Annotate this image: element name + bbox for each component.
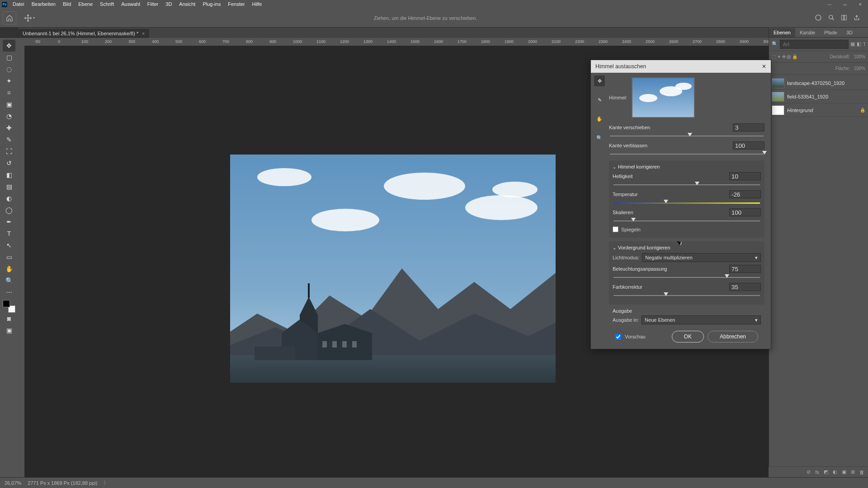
close-button[interactable]: ✕ <box>853 0 868 9</box>
lasso-tool-icon[interactable]: ◌ <box>3 63 15 75</box>
search-icon[interactable] <box>828 14 835 22</box>
crop-tool-icon[interactable]: ⌗ <box>3 87 15 99</box>
param-value[interactable] <box>729 208 761 216</box>
move-tool-icon[interactable]: ✥ <box>3 40 15 52</box>
eraser-tool-icon[interactable]: ◧ <box>3 169 15 181</box>
doc-info-chevron-icon[interactable]: 〉 <box>104 479 108 486</box>
history-brush-tool-icon[interactable]: ↺ <box>3 157 15 169</box>
screenmode-icon[interactable]: ▣ <box>3 324 15 336</box>
hand-tool-icon[interactable]: ✋ <box>594 113 605 124</box>
menu-item[interactable]: Auswahl <box>118 0 144 9</box>
menu-item[interactable]: Plug-ins <box>199 0 224 9</box>
layer-row[interactable]: Hintergrund 🔒 <box>769 103 868 117</box>
tab-layers[interactable]: Ebenen <box>769 28 795 37</box>
lock-icons[interactable]: ⬚ ✦ ✥ ▤ 🔒 <box>772 54 797 59</box>
pen-tool-icon[interactable]: ✒ <box>3 216 15 228</box>
link-layers-icon[interactable]: ⊘ <box>807 469 811 475</box>
menu-item[interactable]: Ebene <box>75 0 96 9</box>
param-value[interactable] <box>729 172 761 180</box>
layer-row[interactable]: landscape-4370250_1920 <box>769 76 868 90</box>
hand-tool-icon[interactable]: ✋ <box>3 263 15 275</box>
home-icon[interactable] <box>3 11 16 25</box>
param-value[interactable] <box>729 283 761 291</box>
maximize-button[interactable]: ▭ <box>837 0 853 9</box>
menu-item[interactable]: Fenster <box>224 0 248 9</box>
ok-button[interactable]: OK <box>672 331 704 343</box>
brush-tool-icon[interactable]: ✎ <box>594 94 605 105</box>
fx-icon[interactable]: fx <box>815 469 819 475</box>
heal-tool-icon[interactable]: ✚ <box>3 122 15 134</box>
opacity-value[interactable]: 100% <box>854 54 865 59</box>
group-icon[interactable]: ▣ <box>842 469 846 475</box>
filter-icon[interactable]: ▦ <box>850 40 855 48</box>
type-tool-icon[interactable]: T <box>3 228 15 239</box>
share-icon[interactable] <box>854 14 860 22</box>
menu-item[interactable]: Bearbeiten <box>28 0 59 9</box>
section-header[interactable]: Himmel korrigieren <box>613 164 761 169</box>
tab-3d[interactable]: 3D <box>842 28 857 37</box>
shape-tool-icon[interactable]: ▭ <box>3 251 15 263</box>
layers-filter-input[interactable] <box>780 40 849 49</box>
foreground-swatch[interactable] <box>3 300 10 307</box>
lightmode-select[interactable]: Negativ multiplizieren ▾ <box>642 253 761 262</box>
gradient-tool-icon[interactable]: ▤ <box>3 181 15 192</box>
menu-item[interactable]: Ansicht <box>175 0 199 9</box>
param-value[interactable] <box>733 123 764 131</box>
close-icon[interactable]: ✕ <box>762 63 766 70</box>
doc-info[interactable]: 2771 Px x 1869 Px (182,88 ppi) <box>28 480 97 486</box>
tab-paths[interactable]: Pfade <box>820 28 842 37</box>
workspace-icon[interactable] <box>841 14 847 22</box>
eyedropper-tool-icon[interactable]: ◔ <box>3 110 15 122</box>
menu-item[interactable]: 3D <box>162 0 175 9</box>
dialog-titlebar[interactable]: Himmel austauschen ✕ <box>591 60 771 73</box>
slider-temperature[interactable] <box>613 200 761 206</box>
slider[interactable] <box>613 275 761 280</box>
frame-tool-icon[interactable]: ▣ <box>3 99 15 110</box>
path-tool-icon[interactable]: ↖ <box>3 239 15 251</box>
slider[interactable] <box>613 293 761 298</box>
section-header[interactable]: Vordergrund korrigieren <box>613 245 761 250</box>
menu-item[interactable]: Filter <box>144 0 162 9</box>
param-value[interactable] <box>729 190 761 198</box>
param-value[interactable] <box>729 265 761 273</box>
menu-item[interactable]: Datei <box>9 0 28 9</box>
zoom-tool-icon[interactable]: 🔍 <box>594 132 605 143</box>
wand-tool-icon[interactable]: ✦ <box>3 75 15 87</box>
new-layer-icon[interactable]: ⊞ <box>851 469 855 475</box>
mask-icon[interactable]: ◩ <box>824 469 828 475</box>
fill-value[interactable]: 100% <box>854 66 865 71</box>
blur-tool-icon[interactable]: ◐ <box>3 192 15 204</box>
tab-channels[interactable]: Kanäle <box>795 28 820 37</box>
move-tool-icon[interactable]: ✥ <box>594 75 605 86</box>
menu-item[interactable]: Bild <box>59 0 75 9</box>
cloud-icon[interactable] <box>815 14 822 22</box>
slider[interactable] <box>609 151 764 157</box>
dodge-tool-icon[interactable]: ◯ <box>3 204 15 216</box>
flip-checkbox[interactable] <box>613 226 618 232</box>
output-select[interactable]: Neue Ebenen ▾ <box>642 315 761 324</box>
adjustment-icon[interactable]: ◐ <box>833 469 837 475</box>
slider[interactable] <box>613 218 761 224</box>
filter-icon[interactable]: T <box>863 40 866 48</box>
close-tab-icon[interactable]: × <box>142 31 145 36</box>
move-tool-icon[interactable]: ▾ <box>23 11 36 25</box>
zoom-level[interactable]: 26,07% <box>5 480 21 486</box>
layer-row[interactable]: field-533541_1920 <box>769 90 868 103</box>
menu-item[interactable]: Hilfe <box>248 0 265 9</box>
brush-tool-icon[interactable]: ✎ <box>3 134 15 145</box>
zoom-tool-icon[interactable]: 🔍 <box>3 275 15 286</box>
more-tools-icon[interactable]: ⋯ <box>3 286 15 298</box>
marquee-tool-icon[interactable]: ▢ <box>3 52 15 63</box>
stamp-tool-icon[interactable]: ⛶ <box>3 145 15 157</box>
quickmask-icon[interactable]: ◙ <box>3 313 15 324</box>
delete-layer-icon[interactable]: 🗑 <box>859 469 864 475</box>
sky-preset-picker[interactable] <box>632 77 695 118</box>
menu-item[interactable]: Schrift <box>96 0 118 9</box>
preview-checkbox[interactable] <box>615 334 621 340</box>
lock-icon[interactable]: 🔒 <box>860 108 865 113</box>
filter-icon[interactable]: ◧ <box>857 40 861 48</box>
cancel-button[interactable]: Abbrechen <box>708 331 758 343</box>
slider[interactable] <box>609 133 764 139</box>
param-value[interactable] <box>733 141 764 150</box>
minimize-button[interactable]: — <box>822 0 837 9</box>
